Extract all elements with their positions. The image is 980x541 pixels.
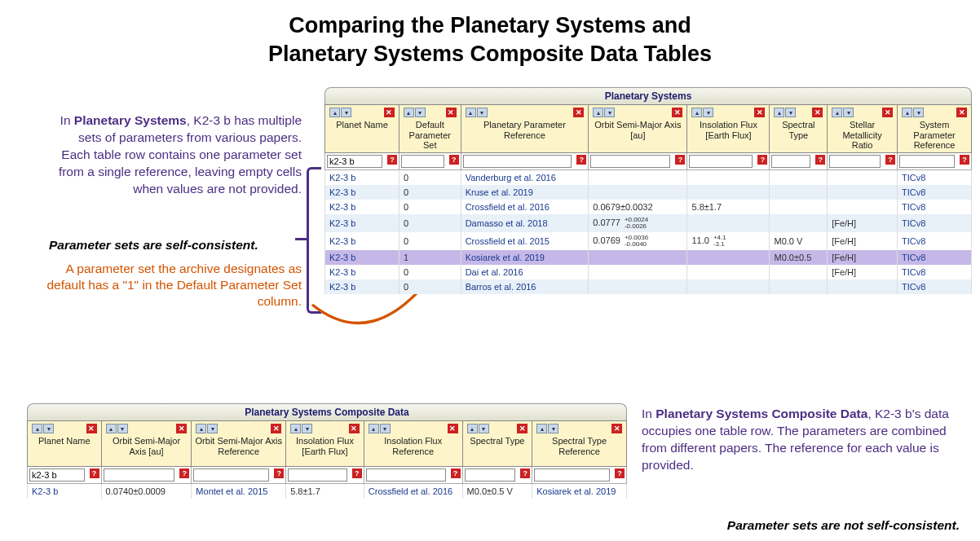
sort-desc-icon[interactable]: ▾ [43, 424, 54, 433]
help-icon[interactable]: ? [90, 468, 99, 478]
filter-input[interactable] [193, 468, 269, 482]
table-row[interactable]: K2-3 b 0 Dai et al. 2016 [Fe/H] TICv8 [325, 265, 972, 279]
planet-name-cell[interactable]: K2-3 b [325, 185, 400, 200]
sys-ref-cell[interactable]: TICv8 [898, 200, 972, 214]
sort-asc-icon[interactable]: ▴ [593, 108, 603, 117]
help-icon[interactable]: ? [675, 155, 685, 165]
sort-desc-icon[interactable]: ▾ [785, 108, 796, 117]
sort-desc-icon[interactable]: ▾ [604, 108, 615, 117]
sort-asc-icon[interactable]: ▴ [369, 424, 379, 433]
close-column-icon[interactable]: ✕ [754, 108, 765, 117]
planet-name-cell[interactable]: K2-3 b [325, 250, 400, 265]
help-icon[interactable]: ? [815, 155, 825, 165]
close-column-icon[interactable]: ✕ [176, 424, 187, 433]
help-icon[interactable]: ? [179, 468, 189, 478]
table-row[interactable]: K2-3 b 0 Damasso et al. 2018 0.0777 +0.0… [325, 214, 972, 232]
filter-input[interactable] [327, 155, 382, 168]
sys-ref-cell[interactable]: TICv8 [898, 279, 972, 294]
sort-desc-icon[interactable]: ▾ [913, 108, 924, 117]
filter-input[interactable] [689, 155, 753, 168]
reference-cell[interactable]: Kruse et al. 2019 [461, 185, 589, 200]
sort-asc-icon[interactable]: ▴ [902, 108, 912, 117]
sort-desc-icon[interactable]: ▾ [302, 424, 312, 433]
filter-input[interactable] [366, 468, 446, 482]
close-column-icon[interactable]: ✕ [448, 424, 458, 433]
planet-name-cell[interactable]: K2-3 b [325, 200, 400, 214]
filter-input[interactable] [771, 155, 810, 168]
table-tab[interactable]: Planetary Systems [324, 87, 972, 104]
sys-ref-cell[interactable]: TICv8 [898, 185, 972, 200]
table-row[interactable]: K2-3 b 0 Crossfield et al. 2015 0.0769 +… [325, 232, 972, 250]
sort-asc-icon[interactable]: ▴ [329, 108, 340, 117]
sort-asc-icon[interactable]: ▴ [466, 108, 476, 117]
sort-asc-icon[interactable]: ▴ [691, 108, 702, 117]
close-column-icon[interactable]: ✕ [384, 108, 395, 117]
reference-cell[interactable]: Barros et al. 2016 [461, 279, 589, 294]
help-icon[interactable]: ? [274, 468, 284, 478]
table-tab[interactable]: Planetary Systems Composite Data [27, 403, 627, 420]
close-column-icon[interactable]: ✕ [271, 424, 281, 433]
close-column-icon[interactable]: ✕ [611, 424, 622, 433]
sys-ref-cell[interactable]: TICv8 [898, 232, 972, 250]
sort-desc-icon[interactable]: ▾ [703, 108, 713, 117]
sort-asc-icon[interactable]: ▴ [404, 108, 414, 117]
close-column-icon[interactable]: ✕ [446, 108, 457, 117]
close-column-icon[interactable]: ✕ [812, 108, 823, 117]
close-column-icon[interactable]: ✕ [86, 424, 97, 433]
filter-input[interactable] [463, 155, 572, 168]
table-row[interactable]: K2-3 b 0 Crossfield et al. 2016 0.0679±0… [325, 200, 972, 214]
filter-input[interactable] [465, 468, 516, 482]
filter-input[interactable] [29, 468, 85, 482]
sort-asc-icon[interactable]: ▴ [832, 108, 842, 117]
reference-cell[interactable]: Crossfield et al. 2015 [461, 232, 589, 250]
flux-ref-cell[interactable]: Crossfield et al. 2016 [364, 484, 462, 499]
reference-cell[interactable]: Dai et al. 2016 [461, 265, 589, 279]
axis-ref-cell[interactable]: Montet et al. 2015 [192, 484, 286, 499]
close-column-icon[interactable]: ✕ [517, 424, 528, 433]
sort-asc-icon[interactable]: ▴ [290, 424, 301, 433]
help-icon[interactable]: ? [451, 468, 461, 478]
sort-desc-icon[interactable]: ▾ [548, 424, 558, 433]
sort-desc-icon[interactable]: ▾ [843, 108, 854, 117]
planet-name-cell[interactable]: K2-3 b [325, 169, 400, 185]
sort-desc-icon[interactable]: ▾ [117, 424, 128, 433]
close-column-icon[interactable]: ✕ [349, 424, 360, 433]
table-row[interactable]: K2-3 b 1 Kosiarek et al. 2019 M0.0±0.5 [… [325, 250, 972, 265]
sort-desc-icon[interactable]: ▾ [479, 424, 489, 433]
sort-desc-icon[interactable]: ▾ [341, 108, 351, 117]
planet-name-cell[interactable]: K2-3 b [325, 214, 400, 232]
sys-ref-cell[interactable]: TICv8 [898, 214, 972, 232]
close-column-icon[interactable]: ✕ [882, 108, 893, 117]
reference-cell[interactable]: Vanderburg et al. 2016 [461, 169, 589, 185]
filter-input[interactable] [401, 155, 444, 168]
sort-asc-icon[interactable]: ▴ [32, 424, 42, 433]
reference-cell[interactable]: Damasso et al. 2018 [461, 214, 589, 232]
filter-input[interactable] [288, 468, 347, 482]
close-column-icon[interactable]: ✕ [672, 108, 682, 117]
planet-name-cell[interactable]: K2-3 b [325, 279, 400, 294]
help-icon[interactable]: ? [885, 155, 895, 165]
table-row[interactable]: K2-3 b 0 Kruse et al. 2019 TICv8 [325, 185, 972, 200]
sys-ref-cell[interactable]: TICv8 [898, 265, 972, 279]
sort-asc-icon[interactable]: ▴ [467, 424, 478, 433]
help-icon[interactable]: ? [520, 468, 530, 478]
table-row[interactable]: K2-3 b 0 Vanderburg et al. 2016 TICv8 [325, 169, 972, 185]
sort-asc-icon[interactable]: ▴ [106, 424, 117, 433]
spectral-ref-cell[interactable]: Kosiarek et al. 2019 [532, 484, 627, 499]
close-column-icon[interactable]: ✕ [956, 108, 967, 117]
table-row[interactable]: K2-3 b 0 Barros et al. 2016 TICv8 [325, 279, 972, 294]
help-icon[interactable]: ? [352, 468, 362, 478]
sort-desc-icon[interactable]: ▾ [380, 424, 391, 433]
sys-ref-cell[interactable]: TICv8 [898, 169, 972, 185]
planet-name-cell[interactable]: K2-3 b [28, 484, 102, 499]
filter-input[interactable] [534, 468, 610, 482]
planet-name-cell[interactable]: K2-3 b [325, 265, 400, 279]
filter-input[interactable] [104, 468, 175, 482]
help-icon[interactable]: ? [615, 468, 625, 478]
reference-cell[interactable]: Crossfield et al. 2016 [461, 200, 589, 214]
help-icon[interactable]: ? [576, 155, 586, 165]
sort-desc-icon[interactable]: ▾ [207, 424, 218, 433]
sort-desc-icon[interactable]: ▾ [415, 108, 426, 117]
help-icon[interactable]: ? [387, 155, 397, 165]
sort-asc-icon[interactable]: ▴ [196, 424, 206, 433]
